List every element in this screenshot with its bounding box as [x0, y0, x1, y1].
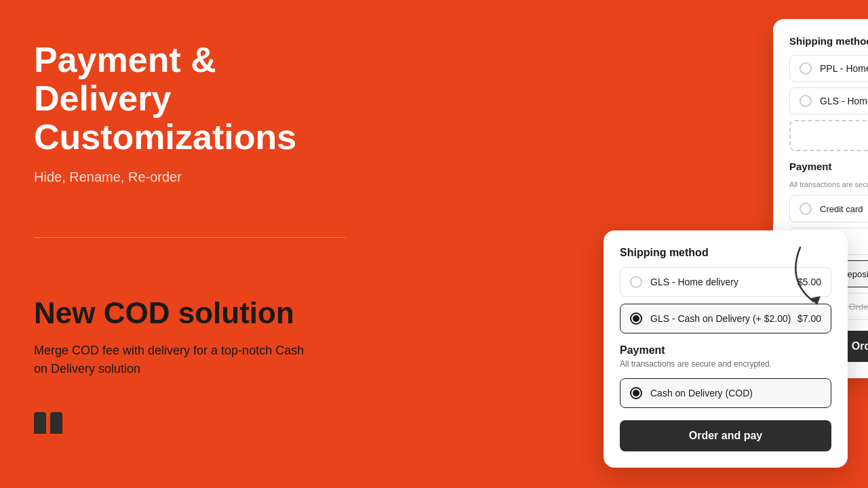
cc-label: Credit card [820, 204, 868, 214]
logo-bar-2 [50, 412, 62, 434]
radio-front-payment-cod [630, 387, 642, 399]
gls-label: GLS - Home delivery [820, 96, 868, 106]
back-shipping-option-1: PPL - Home delivery $5.00 [789, 55, 868, 82]
front-cod-label: GLS - Cash on Delivery (+ $2.00) [650, 313, 797, 324]
logo-bar-1 [34, 412, 46, 434]
left-bottom: New COD solution Merge COD fee with deli… [34, 258, 346, 448]
back-shipping-option-2: GLS - Home delivery $5.00 [789, 87, 868, 115]
front-order-button[interactable]: Order and pay [620, 420, 831, 451]
front-cod-price: $7.00 [797, 313, 821, 324]
back-shipping-title: Shipping method [789, 35, 868, 47]
subtitle: Hide, Rename, Re-order [34, 169, 346, 185]
front-payment-subtitle: All transactions are secure and encrypte… [620, 359, 831, 369]
cod-title: New COD solution [34, 296, 346, 331]
divider [34, 237, 346, 238]
radio-front-payment-cod-dot [633, 390, 639, 396]
front-cash-on-delivery: Cash on Delivery (COD) [620, 378, 831, 408]
back-payment-subtitle: All transactions are secure and encrypte… [789, 180, 868, 188]
radio-ppl [800, 62, 812, 75]
arrow-connector [780, 241, 834, 308]
front-payment-section: Payment All transactions are secure and … [620, 344, 831, 408]
radio-front-cod-dot [633, 315, 639, 322]
ppl-label: PPL - Home delivery [820, 63, 868, 74]
main-title: Payment & Delivery Customizations [34, 41, 346, 157]
hidden-option-row: ⊘ [789, 120, 868, 151]
cod-subtitle: Merge COD fee with delivery for a top-no… [34, 342, 305, 378]
front-payment-title: Payment [620, 344, 831, 357]
left-top: Payment & Delivery Customizations Hide, … [34, 41, 346, 217]
back-credit-card-row: Credit card [789, 195, 868, 222]
radio-gls [800, 95, 812, 107]
front-cod-payment-label: Cash on Delivery (COD) [650, 388, 821, 399]
radio-cc [800, 203, 812, 215]
left-panel: Payment & Delivery Customizations Hide, … [0, 0, 380, 488]
radio-front-gls [630, 276, 642, 288]
radio-front-cod [630, 312, 642, 325]
back-payment-title: Payment [789, 161, 868, 172]
right-panel: Shipping method PPL - Home delivery $5.0… [380, 0, 868, 488]
logo [34, 412, 346, 434]
front-gls-label: GLS - Home delivery [650, 277, 797, 287]
